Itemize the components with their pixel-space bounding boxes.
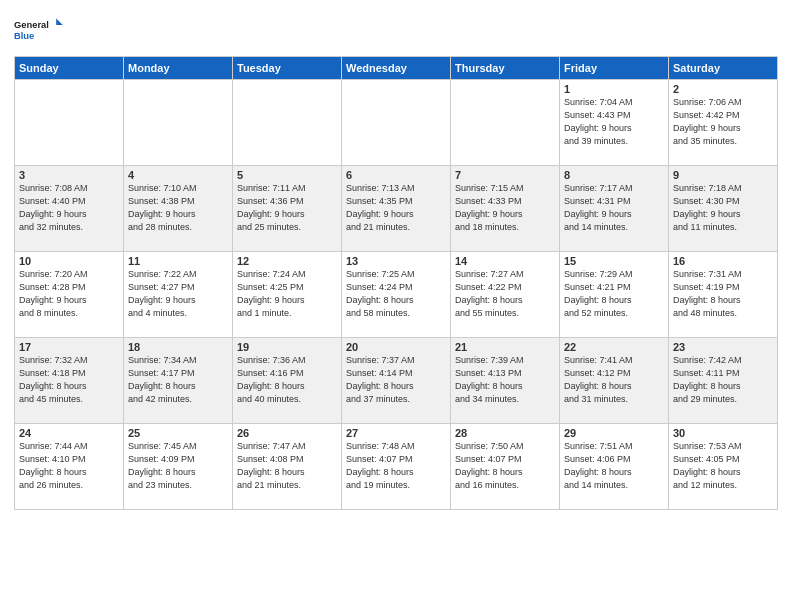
day-number: 19: [237, 341, 337, 353]
day-number: 9: [673, 169, 773, 181]
day-number: 2: [673, 83, 773, 95]
day-info: Sunrise: 7:10 AM Sunset: 4:38 PM Dayligh…: [128, 183, 197, 232]
day-number: 13: [346, 255, 446, 267]
day-number: 15: [564, 255, 664, 267]
cell-w5-d4: 28Sunrise: 7:50 AM Sunset: 4:07 PM Dayli…: [451, 424, 560, 510]
day-info: Sunrise: 7:13 AM Sunset: 4:35 PM Dayligh…: [346, 183, 415, 232]
day-info: Sunrise: 7:08 AM Sunset: 4:40 PM Dayligh…: [19, 183, 88, 232]
cell-w1-d1: [124, 80, 233, 166]
day-number: 22: [564, 341, 664, 353]
day-number: 28: [455, 427, 555, 439]
cell-w1-d3: [342, 80, 451, 166]
day-info: Sunrise: 7:17 AM Sunset: 4:31 PM Dayligh…: [564, 183, 633, 232]
day-number: 4: [128, 169, 228, 181]
day-info: Sunrise: 7:42 AM Sunset: 4:11 PM Dayligh…: [673, 355, 742, 404]
day-number: 29: [564, 427, 664, 439]
cell-w5-d3: 27Sunrise: 7:48 AM Sunset: 4:07 PM Dayli…: [342, 424, 451, 510]
cell-w3-d3: 13Sunrise: 7:25 AM Sunset: 4:24 PM Dayli…: [342, 252, 451, 338]
day-info: Sunrise: 7:48 AM Sunset: 4:07 PM Dayligh…: [346, 441, 415, 490]
cell-w4-d4: 21Sunrise: 7:39 AM Sunset: 4:13 PM Dayli…: [451, 338, 560, 424]
day-number: 6: [346, 169, 446, 181]
day-info: Sunrise: 7:53 AM Sunset: 4:05 PM Dayligh…: [673, 441, 742, 490]
day-info: Sunrise: 7:39 AM Sunset: 4:13 PM Dayligh…: [455, 355, 524, 404]
day-number: 3: [19, 169, 119, 181]
day-info: Sunrise: 7:37 AM Sunset: 4:14 PM Dayligh…: [346, 355, 415, 404]
day-info: Sunrise: 7:11 AM Sunset: 4:36 PM Dayligh…: [237, 183, 306, 232]
day-number: 14: [455, 255, 555, 267]
day-info: Sunrise: 7:20 AM Sunset: 4:28 PM Dayligh…: [19, 269, 88, 318]
cell-w2-d2: 5Sunrise: 7:11 AM Sunset: 4:36 PM Daylig…: [233, 166, 342, 252]
calendar: SundayMondayTuesdayWednesdayThursdayFrid…: [14, 56, 778, 510]
day-number: 24: [19, 427, 119, 439]
cell-w5-d5: 29Sunrise: 7:51 AM Sunset: 4:06 PM Dayli…: [560, 424, 669, 510]
header-tuesday: Tuesday: [233, 57, 342, 80]
cell-w3-d5: 15Sunrise: 7:29 AM Sunset: 4:21 PM Dayli…: [560, 252, 669, 338]
cell-w2-d4: 7Sunrise: 7:15 AM Sunset: 4:33 PM Daylig…: [451, 166, 560, 252]
day-number: 18: [128, 341, 228, 353]
day-info: Sunrise: 7:31 AM Sunset: 4:19 PM Dayligh…: [673, 269, 742, 318]
cell-w2-d1: 4Sunrise: 7:10 AM Sunset: 4:38 PM Daylig…: [124, 166, 233, 252]
cell-w3-d4: 14Sunrise: 7:27 AM Sunset: 4:22 PM Dayli…: [451, 252, 560, 338]
cell-w3-d6: 16Sunrise: 7:31 AM Sunset: 4:19 PM Dayli…: [669, 252, 778, 338]
day-number: 12: [237, 255, 337, 267]
day-info: Sunrise: 7:15 AM Sunset: 4:33 PM Dayligh…: [455, 183, 524, 232]
day-number: 25: [128, 427, 228, 439]
cell-w4-d3: 20Sunrise: 7:37 AM Sunset: 4:14 PM Dayli…: [342, 338, 451, 424]
header-monday: Monday: [124, 57, 233, 80]
day-info: Sunrise: 7:41 AM Sunset: 4:12 PM Dayligh…: [564, 355, 633, 404]
svg-marker-2: [57, 19, 63, 25]
header-sunday: Sunday: [15, 57, 124, 80]
day-info: Sunrise: 7:04 AM Sunset: 4:43 PM Dayligh…: [564, 97, 633, 146]
cell-w1-d2: [233, 80, 342, 166]
day-info: Sunrise: 7:34 AM Sunset: 4:17 PM Dayligh…: [128, 355, 197, 404]
cell-w1-d4: [451, 80, 560, 166]
cell-w2-d6: 9Sunrise: 7:18 AM Sunset: 4:30 PM Daylig…: [669, 166, 778, 252]
day-info: Sunrise: 7:36 AM Sunset: 4:16 PM Dayligh…: [237, 355, 306, 404]
day-number: 11: [128, 255, 228, 267]
day-number: 10: [19, 255, 119, 267]
cell-w3-d1: 11Sunrise: 7:22 AM Sunset: 4:27 PM Dayli…: [124, 252, 233, 338]
day-info: Sunrise: 7:25 AM Sunset: 4:24 PM Dayligh…: [346, 269, 415, 318]
cell-w3-d0: 10Sunrise: 7:20 AM Sunset: 4:28 PM Dayli…: [15, 252, 124, 338]
header-saturday: Saturday: [669, 57, 778, 80]
day-number: 16: [673, 255, 773, 267]
cell-w2-d5: 8Sunrise: 7:17 AM Sunset: 4:31 PM Daylig…: [560, 166, 669, 252]
svg-text:General: General: [14, 20, 49, 30]
day-info: Sunrise: 7:18 AM Sunset: 4:30 PM Dayligh…: [673, 183, 742, 232]
day-number: 27: [346, 427, 446, 439]
header-thursday: Thursday: [451, 57, 560, 80]
day-info: Sunrise: 7:47 AM Sunset: 4:08 PM Dayligh…: [237, 441, 306, 490]
day-number: 5: [237, 169, 337, 181]
cell-w4-d5: 22Sunrise: 7:41 AM Sunset: 4:12 PM Dayli…: [560, 338, 669, 424]
cell-w4-d2: 19Sunrise: 7:36 AM Sunset: 4:16 PM Dayli…: [233, 338, 342, 424]
logo: General Blue: [14, 10, 64, 50]
day-number: 23: [673, 341, 773, 353]
cell-w1-d0: [15, 80, 124, 166]
day-info: Sunrise: 7:06 AM Sunset: 4:42 PM Dayligh…: [673, 97, 742, 146]
cell-w3-d2: 12Sunrise: 7:24 AM Sunset: 4:25 PM Dayli…: [233, 252, 342, 338]
day-number: 17: [19, 341, 119, 353]
cell-w4-d6: 23Sunrise: 7:42 AM Sunset: 4:11 PM Dayli…: [669, 338, 778, 424]
day-info: Sunrise: 7:24 AM Sunset: 4:25 PM Dayligh…: [237, 269, 306, 318]
day-info: Sunrise: 7:45 AM Sunset: 4:09 PM Dayligh…: [128, 441, 197, 490]
day-info: Sunrise: 7:44 AM Sunset: 4:10 PM Dayligh…: [19, 441, 88, 490]
logo-svg: General Blue: [14, 10, 64, 50]
day-number: 7: [455, 169, 555, 181]
header-wednesday: Wednesday: [342, 57, 451, 80]
day-info: Sunrise: 7:32 AM Sunset: 4:18 PM Dayligh…: [19, 355, 88, 404]
day-info: Sunrise: 7:27 AM Sunset: 4:22 PM Dayligh…: [455, 269, 524, 318]
cell-w5-d6: 30Sunrise: 7:53 AM Sunset: 4:05 PM Dayli…: [669, 424, 778, 510]
cell-w4-d1: 18Sunrise: 7:34 AM Sunset: 4:17 PM Dayli…: [124, 338, 233, 424]
day-number: 1: [564, 83, 664, 95]
day-number: 21: [455, 341, 555, 353]
day-info: Sunrise: 7:50 AM Sunset: 4:07 PM Dayligh…: [455, 441, 524, 490]
svg-text:Blue: Blue: [14, 31, 34, 41]
cell-w1-d6: 2Sunrise: 7:06 AM Sunset: 4:42 PM Daylig…: [669, 80, 778, 166]
day-info: Sunrise: 7:22 AM Sunset: 4:27 PM Dayligh…: [128, 269, 197, 318]
page-header: General Blue: [14, 10, 778, 50]
header-friday: Friday: [560, 57, 669, 80]
cell-w5-d1: 25Sunrise: 7:45 AM Sunset: 4:09 PM Dayli…: [124, 424, 233, 510]
day-number: 26: [237, 427, 337, 439]
day-number: 8: [564, 169, 664, 181]
cell-w5-d2: 26Sunrise: 7:47 AM Sunset: 4:08 PM Dayli…: [233, 424, 342, 510]
